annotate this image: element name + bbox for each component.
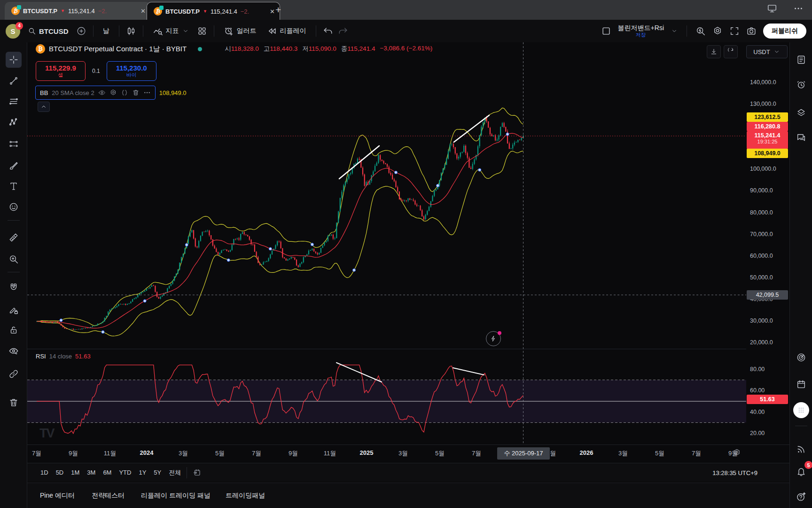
- range-3m[interactable]: 3M: [83, 467, 99, 478]
- trade-buttons: 115,229.9 셀 0.1 115,230.0 바이: [36, 61, 156, 81]
- ruler-icon[interactable]: [6, 230, 22, 246]
- price-scale[interactable]: USDT 123,612.5 116,280.8 115,241.4 19:31…: [746, 42, 789, 444]
- visibility-eye-icon[interactable]: [98, 89, 106, 96]
- fullscreen-icon[interactable]: [729, 26, 740, 36]
- range-1y[interactable]: 1Y: [135, 467, 150, 478]
- delete-icon[interactable]: [132, 89, 140, 96]
- buy-button[interactable]: 115,230.0 바이: [107, 61, 156, 81]
- symbol-search-button[interactable]: BTCUSD: [25, 25, 71, 37]
- time-tick: 3월: [179, 449, 188, 458]
- apps-icon[interactable]: [793, 402, 809, 418]
- range-6m[interactable]: 6M: [99, 467, 115, 478]
- price-chart-canvas[interactable]: [27, 42, 746, 444]
- notes-icon[interactable]: [793, 52, 809, 68]
- text-tool-icon[interactable]: [6, 178, 22, 194]
- user-avatar[interactable]: S 4: [6, 24, 20, 39]
- panel-tab[interactable]: Pine 에디터: [40, 483, 75, 508]
- interval-button[interactable]: 날: [100, 25, 112, 37]
- bb-indicator-selected[interactable]: BB 20 SMA close 2: [35, 86, 156, 100]
- new-tab-button[interactable]: +: [275, 4, 281, 16]
- time-axis[interactable]: 수 2025-09-17 7월9월11월20243월5월7월9월11월20253…: [27, 444, 789, 462]
- tradingview-app: ₿ BTCUSDT.P ▼ 115,241.4 −2. ✕ ₿ BTCUSDT.…: [0, 0, 812, 508]
- compare-add-icon[interactable]: [76, 26, 86, 36]
- help-icon[interactable]: [793, 489, 809, 505]
- redo-icon[interactable]: [338, 26, 348, 36]
- projection-icon[interactable]: [6, 136, 22, 152]
- eye-off-icon[interactable]: [6, 343, 22, 359]
- low-value: 115,090.0: [309, 45, 336, 52]
- chat-icon[interactable]: [793, 129, 809, 145]
- display-icon[interactable]: [767, 3, 777, 14]
- trash-icon[interactable]: [6, 395, 22, 411]
- unlock-icon[interactable]: [6, 322, 22, 338]
- radar-icon[interactable]: [793, 349, 809, 365]
- range-1m[interactable]: 1M: [67, 467, 83, 478]
- quick-search-icon[interactable]: [695, 26, 706, 36]
- zoom-in-icon[interactable]: [6, 251, 22, 267]
- range-전체[interactable]: 전체: [165, 467, 185, 479]
- brush-icon[interactable]: [6, 158, 22, 174]
- close-icon[interactable]: ✕: [270, 8, 275, 15]
- panel-tab[interactable]: 리플레이 트레이딩 패널: [141, 483, 211, 508]
- range-1d[interactable]: 1D: [37, 467, 52, 478]
- go-to-date-icon[interactable]: [193, 468, 201, 477]
- reset-chart-icon[interactable]: [724, 45, 738, 58]
- time-tick: 9월: [728, 449, 738, 458]
- browser-tab-2[interactable]: ₿ BTCUSDT.P ▼ 115,241.4 −2. ✕: [147, 2, 280, 20]
- close-icon[interactable]: ✕: [141, 8, 146, 15]
- range-ytd[interactable]: YTD: [115, 467, 135, 478]
- range-5d[interactable]: 5D: [52, 467, 68, 478]
- rss-icon[interactable]: [793, 441, 809, 457]
- settings-icon[interactable]: [712, 26, 723, 36]
- magnet-icon[interactable]: [6, 279, 22, 295]
- currency-dropdown[interactable]: USDT: [746, 45, 788, 58]
- price-tick: 20,000.0: [750, 338, 773, 347]
- alert-button[interactable]: 얼러트: [221, 24, 259, 38]
- range-5y[interactable]: 5Y: [150, 467, 165, 478]
- source-code-icon[interactable]: [121, 89, 128, 96]
- fib-icon[interactable]: [6, 94, 22, 110]
- indicator-settings-icon[interactable]: [109, 89, 117, 96]
- scroll-to-recent-icon[interactable]: [707, 45, 721, 58]
- chevron-down-icon: [182, 27, 189, 35]
- publish-button[interactable]: 퍼블리쉬: [763, 24, 806, 39]
- layout-name-button[interactable]: 볼린저밴드+Rsi 저장: [618, 24, 664, 37]
- checkbox-square-icon[interactable]: [601, 26, 611, 36]
- crosshair-icon[interactable]: [6, 52, 22, 68]
- snapshot-camera-icon[interactable]: [746, 26, 757, 36]
- panel-tab[interactable]: 전략테스터: [92, 483, 125, 508]
- emoji-icon[interactable]: [6, 199, 22, 215]
- alarm-icon[interactable]: [793, 77, 809, 93]
- save-label[interactable]: 저장: [636, 32, 646, 38]
- rsi-indicator-row[interactable]: RSI 14 close 51.63: [36, 353, 91, 360]
- more-menu-icon[interactable]: [793, 3, 804, 14]
- undo-icon[interactable]: [323, 26, 333, 36]
- time-tick: 5월: [215, 449, 225, 458]
- browser-tab-1[interactable]: ₿ BTCUSDT.P ▼ 115,241.4 −2. ✕: [5, 2, 150, 20]
- change-value: −3,086.6 (−2.61%): [380, 45, 432, 53]
- more-options-icon[interactable]: [143, 89, 151, 96]
- bell-icon[interactable]: 5: [793, 463, 809, 479]
- clock[interactable]: 13:28:35 UTC+9: [712, 463, 757, 482]
- bottom-panel-tabs: Pine 에디터전략테스터리플레이 트레이딩 패널트레이딩패널: [27, 483, 789, 508]
- replay-button[interactable]: 리플레이: [264, 24, 309, 38]
- chart-title[interactable]: BTCUSDT Perpetual Contract · 1날 · BYBIT: [49, 45, 187, 54]
- chevron-down-icon: [773, 48, 781, 56]
- chevron-down-icon[interactable]: [671, 27, 678, 35]
- tab-symbol: BTCUSDT.P: [23, 8, 57, 15]
- chart-pane[interactable]: ₿ BTCUSDT Perpetual Contract · 1날 · BYBI…: [27, 42, 746, 444]
- quick-action-lightning-button[interactable]: [486, 331, 501, 346]
- sell-button[interactable]: 115,229.9 셀: [36, 61, 86, 81]
- panel-tab[interactable]: 트레이딩패널: [226, 483, 265, 508]
- trendline-icon[interactable]: [6, 73, 22, 89]
- link-icon[interactable]: [6, 366, 22, 382]
- layers-icon[interactable]: [793, 105, 809, 121]
- price-tick: 50,000.0: [750, 273, 773, 282]
- xabcd-icon[interactable]: [6, 114, 22, 130]
- calendar-icon[interactable]: [793, 376, 809, 392]
- indicators-button[interactable]: 지표: [150, 24, 192, 38]
- layout-grid-icon[interactable]: [197, 26, 207, 36]
- chart-style-icon[interactable]: [126, 26, 136, 36]
- edit-lock-icon[interactable]: [6, 302, 22, 318]
- collapse-legend-button[interactable]: [38, 102, 50, 112]
